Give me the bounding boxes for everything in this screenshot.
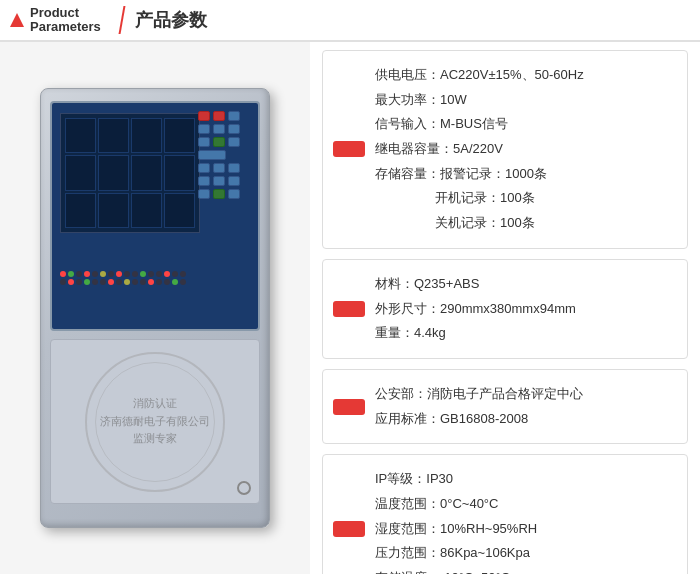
indicator-dot xyxy=(108,279,114,285)
spec-line: 最大功率：10W xyxy=(375,88,673,113)
spec-line: 温度范围：0°C~40°C xyxy=(375,492,673,517)
button-blue xyxy=(228,176,240,186)
device-screen-panel xyxy=(50,101,260,331)
specs-section: 电气 供电电压：AC220V±15%、50-60Hz 最大功率：10W 信号输入… xyxy=(310,42,700,574)
button-blue xyxy=(228,189,240,199)
device-bottom-panel: 消防认证 济南德耐电子有限公司 监测专家 xyxy=(50,339,260,504)
button-blue xyxy=(228,163,240,173)
indicator-dot xyxy=(156,279,162,285)
main-content: 消防认证 济南德耐电子有限公司 监测专家 电气 供电电压：AC220V±15%、… xyxy=(0,42,700,574)
screen-cell xyxy=(164,118,195,153)
button-blue xyxy=(228,137,240,147)
indicator-dot xyxy=(100,279,106,285)
watermark-text-3: 监测专家 xyxy=(133,430,177,448)
button-green xyxy=(213,137,225,147)
screen-cell xyxy=(164,193,195,228)
button-panel xyxy=(198,111,252,199)
category-badge-structure: 结构 xyxy=(333,301,365,317)
button-blue xyxy=(213,176,225,186)
spec-line: 材料：Q235+ABS xyxy=(375,272,673,297)
spec-line: 压力范围：86Kpa~106Kpa xyxy=(375,541,673,566)
screen-cell xyxy=(65,155,96,190)
button-red xyxy=(213,111,225,121)
spec-line: 公安部：消防电子产品合格评定中心 xyxy=(375,382,673,407)
screen-cell xyxy=(98,155,129,190)
device-image-section: 消防认证 济南德耐电子有限公司 监测专家 xyxy=(0,42,310,574)
button-blue xyxy=(198,176,210,186)
button-blue xyxy=(228,111,240,121)
indicator-dot xyxy=(60,271,66,277)
indicator-dot xyxy=(100,271,106,277)
spec-card-environment: 环境 IP等级：IP30 温度范围：0°C~40°C 湿度范围：10%RH~95… xyxy=(322,454,688,574)
indicator-dot xyxy=(108,271,114,277)
triangle-icon xyxy=(10,13,24,27)
indicator-dot xyxy=(156,271,162,277)
screen-grid xyxy=(60,113,200,233)
indicator-dot xyxy=(68,279,74,285)
indicator-dot xyxy=(172,271,178,277)
screen-cell xyxy=(98,193,129,228)
spec-card-certification: 认证 公安部：消防电子产品合格评定中心 应用标准：GB16808-2008 xyxy=(322,369,688,444)
indicator-dot xyxy=(180,279,186,285)
spec-content-environment: IP等级：IP30 温度范围：0°C~40°C 湿度范围：10%RH~95%RH… xyxy=(375,467,673,574)
button-blue xyxy=(213,163,225,173)
screen-cell xyxy=(131,118,162,153)
watermark-text-2: 济南德耐电子有限公司 xyxy=(100,413,210,431)
indicator-dot xyxy=(140,279,146,285)
indicator-dot xyxy=(124,271,130,277)
spec-line: 继电器容量：5A/220V xyxy=(375,137,673,162)
indicator-dot xyxy=(140,271,146,277)
header-zh-title: 产品参数 xyxy=(135,8,207,32)
screen-cell xyxy=(131,155,162,190)
category-badge-environment: 环境 xyxy=(333,521,365,537)
spec-line: 关机记录：100条 xyxy=(375,211,673,236)
spec-line: 存储容量：报警记录：1000条 xyxy=(375,162,673,187)
indicator-dot xyxy=(68,271,74,277)
spec-line: IP等级：IP30 xyxy=(375,467,673,492)
indicator-area xyxy=(60,271,252,321)
button-blue xyxy=(198,189,210,199)
spec-line: 湿度范围：10%RH~95%RH xyxy=(375,517,673,542)
indicator-dot xyxy=(148,279,154,285)
indicator-dot xyxy=(164,279,170,285)
indicator-dot xyxy=(172,279,178,285)
indicator-dot xyxy=(76,271,82,277)
indicator-dot xyxy=(132,271,138,277)
button-blue xyxy=(213,124,225,134)
page-header: ProductParameters 产品参数 xyxy=(0,0,700,42)
button-red xyxy=(198,111,210,121)
lock-icon xyxy=(237,481,251,495)
spec-line: 信号输入：M-BUS信号 xyxy=(375,112,673,137)
spec-line: 应用标准：GB16808-2008 xyxy=(375,407,673,432)
indicator-dot xyxy=(124,279,130,285)
button-blue xyxy=(198,124,210,134)
header-left: ProductParameters xyxy=(10,6,109,35)
indicator-dot xyxy=(76,279,82,285)
button-blue xyxy=(198,163,210,173)
spec-content-certification: 公安部：消防电子产品合格评定中心 应用标准：GB16808-2008 xyxy=(375,382,673,431)
button-blue xyxy=(198,137,210,147)
indicator-dot xyxy=(116,279,122,285)
spec-line: 外形尺寸：290mmx380mmx94mm xyxy=(375,297,673,322)
indicator-dot xyxy=(148,271,154,277)
header-en-title: ProductParameters xyxy=(30,6,101,35)
indicator-dot xyxy=(84,279,90,285)
indicator-dot xyxy=(132,279,138,285)
button-blue xyxy=(228,124,240,134)
button-wide xyxy=(198,150,226,160)
watermark-inner: 消防认证 济南德耐电子有限公司 监测专家 xyxy=(95,362,215,482)
device-body: 消防认证 济南德耐电子有限公司 监测专家 xyxy=(40,88,270,528)
indicator-dot xyxy=(180,271,186,277)
spec-line: 存储温度：-10°C~50°C xyxy=(375,566,673,574)
indicator-dot xyxy=(116,271,122,277)
screen-cell xyxy=(65,193,96,228)
spec-card-electrical: 电气 供电电压：AC220V±15%、50-60Hz 最大功率：10W 信号输入… xyxy=(322,50,688,249)
button-green xyxy=(213,189,225,199)
spec-content-structure: 材料：Q235+ABS 外形尺寸：290mmx380mmx94mm 重量：4.4… xyxy=(375,272,673,346)
category-badge-certification: 认证 xyxy=(333,399,365,415)
category-badge-electrical: 电气 xyxy=(333,141,365,157)
spec-line: 重量：4.4kg xyxy=(375,321,673,346)
spec-content-electrical: 供电电压：AC220V±15%、50-60Hz 最大功率：10W 信号输入：M-… xyxy=(375,63,673,236)
screen-cell xyxy=(131,193,162,228)
watermark-circle: 消防认证 济南德耐电子有限公司 监测专家 xyxy=(85,352,225,492)
